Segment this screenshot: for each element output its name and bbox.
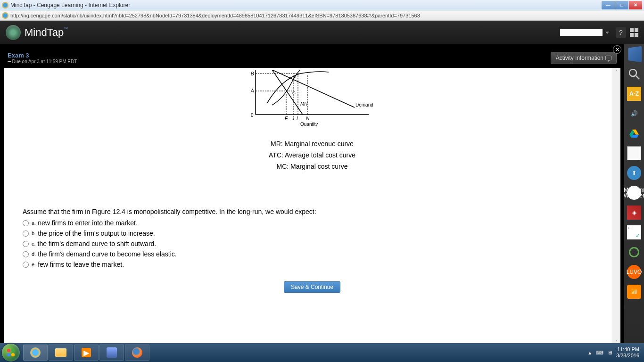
submit-icon[interactable]: ⬆ [627, 166, 641, 180]
window-close-button[interactable]: ✕ [629, 1, 642, 9]
taskbar-explorer-button[interactable] [49, 345, 73, 361]
tray-time: 11:40 PM [616, 346, 639, 353]
svg-point-25 [11, 349, 15, 352]
notes-icon[interactable] [627, 146, 641, 160]
question-prompt: Assume that the firm in Figure 12.4 is m… [23, 208, 602, 215]
luvo-icon[interactable]: LUVO [627, 265, 641, 279]
svg-text:Demand: Demand [355, 102, 373, 107]
svg-text:J: J [291, 116, 295, 121]
ie-icon [2, 2, 8, 8]
window-minimize-button[interactable]: — [602, 1, 615, 9]
search-icon[interactable] [627, 67, 641, 81]
dictionary-icon[interactable]: MerriamWebster [627, 186, 641, 200]
help-button[interactable]: ? [616, 27, 626, 38]
label-b: B [251, 71, 254, 76]
svg-text:N: N [306, 116, 310, 121]
exam-title: Exam 3 [8, 52, 77, 59]
svg-point-19 [629, 69, 636, 76]
radio-e[interactable] [23, 262, 29, 268]
rss-icon[interactable]: 📶 [627, 285, 641, 299]
url-text: http://ng.cengage.com/static/nb/ui/index… [10, 13, 642, 18]
google-drive-icon[interactable] [627, 126, 641, 140]
svg-text:Quantity: Quantity [300, 122, 318, 126]
window-titlebar: MindTap - Cengage Learning - Internet Ex… [0, 0, 644, 10]
ie-icon-small [2, 12, 8, 19]
activity-information-button[interactable]: Activity Information [551, 52, 617, 64]
mindtap-header: MindTap™ ? [0, 21, 644, 44]
window-title: MindTap - Cengage Learning - Internet Ex… [10, 2, 130, 8]
exam-bar: Exam 3 •••Due on Apr 3 at 11:59 PM EDT A… [4, 48, 620, 68]
graph-legend: MR: Marginal revenue curve ATC: Average … [23, 140, 602, 170]
mindtap-logo-icon [6, 25, 21, 40]
option-c[interactable]: c.the firm's demand curve to shift outwa… [23, 240, 602, 247]
options-list: a.new firms to enter into the market. b.… [23, 219, 602, 268]
svg-text:F: F [285, 116, 288, 121]
address-bar[interactable]: http://ng.cengage.com/static/nb/ui/index… [0, 10, 644, 21]
tray-date: 3/28/2016 [616, 353, 639, 359]
brand-mind: Mind [25, 26, 47, 38]
legend-mc: MC: Marginal cost curve [23, 163, 602, 170]
chat-icon [605, 56, 611, 60]
option-d[interactable]: d.the firm's demand curve to become less… [23, 250, 602, 258]
windows-taskbar: ▶ ▲ ⌨ 🖥 11:40 PM 3/28/2016 [0, 343, 644, 362]
start-button[interactable] [2, 344, 20, 362]
taskbar-ie-button[interactable] [23, 345, 48, 361]
progress-icon[interactable] [627, 245, 641, 259]
citation-icon[interactable] [627, 225, 641, 239]
svg-line-20 [636, 76, 640, 80]
user-name-redacted [560, 29, 603, 36]
radio-b[interactable] [23, 230, 29, 237]
brand-tap: Tap [47, 26, 64, 38]
window-maximize-button[interactable]: □ [615, 1, 628, 9]
svg-text:L: L [297, 116, 299, 121]
glossary-icon[interactable]: A-Z [627, 87, 641, 101]
radio-c[interactable] [23, 241, 29, 247]
svg-text:G: G [292, 90, 296, 95]
label-a: A [250, 88, 254, 93]
app-rail: A-Z 🔊 ⬆ MerriamWebster ◈ LUVO 📶 more> [624, 44, 644, 349]
taskbar-media-button[interactable]: ▶ [74, 345, 99, 361]
close-panel-button[interactable]: ✕ [613, 45, 621, 54]
exam-due: •••Due on Apr 3 at 11:59 PM EDT [8, 59, 77, 64]
activity-info-label: Activity Information [556, 55, 603, 61]
mindtap-logo-text: MindTap™ [25, 26, 68, 39]
scrollbar[interactable]: ˄ ˅ [612, 68, 620, 346]
radio-d[interactable] [23, 251, 29, 257]
svg-point-26 [7, 353, 10, 356]
option-b[interactable]: b.the price of the firm's output to incr… [23, 230, 602, 237]
taskbar-app-button[interactable] [99, 345, 124, 361]
legend-mr: MR: Marginal revenue curve [23, 140, 602, 148]
cy-icon[interactable]: ◈ [627, 206, 641, 220]
scroll-up-button[interactable]: ˄ [612, 68, 620, 76]
option-e[interactable]: e.few firms to leave the market. [23, 261, 602, 268]
ebook-icon[interactable] [628, 46, 642, 62]
svg-text:MR: MR [300, 101, 308, 107]
system-tray: ▲ ⌨ 🖥 11:40 PM 3/28/2016 [587, 346, 642, 359]
economics-graph: B A 0 F J L N K G MR Demand Quantity [246, 70, 378, 126]
tray-keyboard-icon[interactable]: ⌨ [596, 350, 603, 356]
radio-a[interactable] [23, 220, 29, 226]
tray-action-icon[interactable]: 🖥 [607, 350, 612, 355]
brand-tm: ™ [64, 26, 68, 31]
tray-show-hidden[interactable]: ▲ [587, 350, 592, 355]
question-panel: B A 0 F J L N K G MR Demand Quantity [4, 68, 620, 346]
apps-grid-button[interactable] [630, 28, 638, 37]
svg-text:K: K [293, 74, 297, 79]
svg-point-24 [7, 349, 10, 352]
legend-atc: ATC: Average total cost curve [23, 151, 602, 159]
save-continue-button[interactable]: Save & Continue [284, 281, 340, 293]
tray-clock[interactable]: 11:40 PM 3/28/2016 [616, 346, 639, 359]
taskbar-firefox-button[interactable] [125, 345, 149, 361]
read-aloud-icon[interactable]: 🔊 [627, 107, 641, 121]
option-a[interactable]: a.new firms to enter into the market. [23, 219, 602, 227]
label-origin: 0 [251, 113, 254, 118]
svg-line-8 [272, 70, 355, 107]
user-dropdown-icon[interactable] [605, 32, 609, 34]
svg-point-27 [11, 353, 15, 356]
